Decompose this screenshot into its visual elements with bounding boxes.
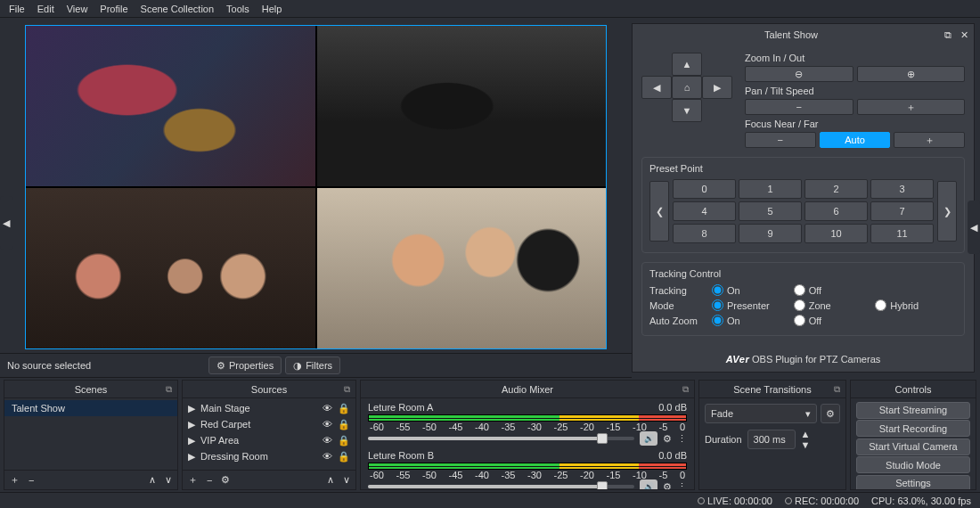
close-icon[interactable]: ✕ <box>960 29 968 41</box>
undock-icon[interactable]: ⧉ <box>166 384 172 395</box>
lock-icon[interactable]: 🔒 <box>338 451 350 463</box>
source-item[interactable]: ▶VIP Area👁🔒 <box>183 432 355 448</box>
scene-up-button[interactable]: ∧ <box>149 474 156 486</box>
autozoom-on-radio[interactable]: On <box>712 315 794 326</box>
preset-1[interactable]: 1 <box>739 179 802 199</box>
scene-item[interactable]: Talent Show <box>4 400 177 416</box>
eye-icon[interactable]: 👁 <box>323 435 332 446</box>
autozoom-off-radio[interactable]: Off <box>794 315 876 326</box>
source-settings-button[interactable]: ⚙ <box>221 474 230 486</box>
preset-6[interactable]: 6 <box>804 201 868 221</box>
undock-icon[interactable]: ⧉ <box>834 384 840 395</box>
studio-mode-button[interactable]: Studio Mode <box>856 456 970 473</box>
undock-icon[interactable]: ⧉ <box>344 384 350 395</box>
menu-help[interactable]: Help <box>262 4 282 14</box>
preset-5[interactable]: 5 <box>739 201 802 221</box>
program-preview[interactable] <box>25 25 607 349</box>
menu-profile[interactable]: Profile <box>100 4 127 14</box>
feed-vip-area <box>26 188 315 348</box>
source-item[interactable]: ▶Main Stage👁🔒 <box>183 400 355 416</box>
audio-mixer-panel: Audio Mixer⧉ Leture Room A0.0 dB -60-55-… <box>360 380 695 490</box>
channel-settings-icon[interactable]: ⚙ <box>663 481 672 490</box>
eye-icon[interactable]: 👁 <box>323 403 332 414</box>
undock-icon[interactable]: ⧉ <box>682 384 689 395</box>
lock-icon[interactable]: 🔒 <box>338 419 350 430</box>
ptz-left-button[interactable]: ◀ <box>641 76 672 99</box>
volume-slider[interactable] <box>368 485 634 488</box>
properties-button[interactable]: ⚙ Properties <box>208 356 282 374</box>
menu-file[interactable]: File <box>9 4 25 14</box>
duration-label: Duration <box>705 434 742 445</box>
menu-tools[interactable]: Tools <box>226 4 249 14</box>
preset-2[interactable]: 2 <box>804 179 868 199</box>
filters-button[interactable]: ◑ Filters <box>285 356 340 374</box>
chevron-down-icon: ▾ <box>805 408 811 420</box>
focus-auto-button[interactable]: Auto <box>820 132 891 148</box>
start-virtual-camera-button[interactable]: Start Virtual Camera <box>856 438 970 455</box>
zoom-in-button[interactable]: ⊕ <box>857 66 966 82</box>
menu-edit[interactable]: Edit <box>37 4 54 14</box>
settings-button[interactable]: Settings <box>856 475 970 490</box>
duration-stepper-down[interactable]: ▼ <box>801 439 811 450</box>
rec-status: REC: 00:00:00 <box>785 496 859 506</box>
transition-select[interactable]: Fade▾ <box>705 404 817 423</box>
preset-4[interactable]: 4 <box>673 201 736 221</box>
speaker-icon[interactable]: 🔊 <box>640 431 657 446</box>
dock-toggle-right[interactable]: ◀ <box>968 201 980 254</box>
scene-down-button[interactable]: ∨ <box>165 474 172 486</box>
pan-speed-plus-button[interactable]: ＋ <box>857 99 966 115</box>
preset-3[interactable]: 3 <box>870 179 934 199</box>
pan-speed-minus-button[interactable]: − <box>745 99 853 115</box>
preset-10[interactable]: 10 <box>804 224 868 243</box>
ptz-right-button[interactable]: ▶ <box>702 76 732 99</box>
channel-more-icon[interactable]: ⋮ <box>677 433 687 445</box>
channel-name: Leture Room A <box>368 402 433 413</box>
source-up-button[interactable]: ∧ <box>327 474 334 486</box>
source-add-button[interactable]: ＋ <box>188 473 198 487</box>
source-item[interactable]: ▶Red Carpet👁🔒 <box>183 416 355 432</box>
mode-zone-radio[interactable]: Zone <box>794 299 876 311</box>
zoom-out-button[interactable]: ⊖ <box>745 66 853 82</box>
focus-near-button[interactable]: − <box>745 132 816 148</box>
start-recording-button[interactable]: Start Recording <box>856 420 970 437</box>
filters-label: Filters <box>306 360 332 371</box>
mode-hybrid-radio[interactable]: Hybrid <box>875 299 957 311</box>
preset-next-button[interactable]: ❯ <box>937 181 957 242</box>
source-remove-button[interactable]: − <box>207 475 212 486</box>
channel-name: Leture Room B <box>368 450 434 461</box>
scene-remove-button[interactable]: − <box>29 475 34 486</box>
start-streaming-button[interactable]: Start Streaming <box>856 402 970 419</box>
duration-field[interactable]: 300 ms <box>747 430 796 449</box>
ptz-home-button[interactable]: ⌂ <box>672 76 702 99</box>
tracking-on-radio[interactable]: On <box>712 284 794 296</box>
channel-settings-icon[interactable]: ⚙ <box>663 433 672 445</box>
dock-toggle-left[interactable]: ◀ <box>0 196 12 250</box>
preset-11[interactable]: 11 <box>870 224 934 243</box>
preset-0[interactable]: 0 <box>673 179 736 199</box>
transition-settings-button[interactable]: ⚙ <box>821 404 840 423</box>
ptz-down-button[interactable]: ▼ <box>672 99 702 122</box>
channel-more-icon[interactable]: ⋮ <box>677 481 687 490</box>
volume-slider[interactable] <box>368 437 634 440</box>
lock-icon[interactable]: 🔒 <box>338 435 350 447</box>
mode-presenter-radio[interactable]: Presenter <box>712 299 794 311</box>
menu-scene-collection[interactable]: Scene Collection <box>141 4 215 14</box>
preset-prev-button[interactable]: ❮ <box>649 181 669 242</box>
tracking-off-radio[interactable]: Off <box>794 284 876 296</box>
speaker-icon[interactable]: 🔊 <box>640 479 657 489</box>
popout-icon[interactable]: ⧉ <box>944 29 951 41</box>
preset-8[interactable]: 8 <box>673 224 736 243</box>
duration-stepper-up[interactable]: ▲ <box>801 429 811 439</box>
preset-9[interactable]: 9 <box>739 224 802 243</box>
eye-icon[interactable]: 👁 <box>323 419 332 430</box>
preset-7[interactable]: 7 <box>870 201 934 221</box>
ptz-dpad: ▲ ◀ ⌂ ▶ ▼ <box>641 53 732 148</box>
ptz-up-button[interactable]: ▲ <box>672 53 702 76</box>
lock-icon[interactable]: 🔒 <box>338 403 350 414</box>
menu-view[interactable]: View <box>67 4 88 14</box>
scene-add-button[interactable]: ＋ <box>10 473 20 487</box>
source-item[interactable]: ▶Dressing Room👁🔒 <box>183 448 355 464</box>
focus-far-button[interactable]: ＋ <box>894 132 965 148</box>
eye-icon[interactable]: 👁 <box>323 451 332 462</box>
source-down-button[interactable]: ∨ <box>343 474 350 486</box>
